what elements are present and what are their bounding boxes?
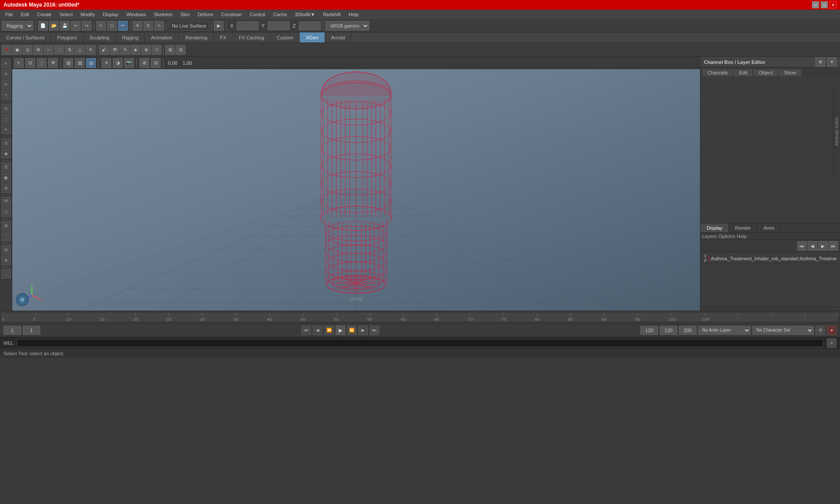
curve-btn[interactable]: ⌒ — [1, 231, 11, 241]
layer-nav1[interactable]: ⏮ — [797, 241, 807, 251]
tab-sculpting[interactable]: Sculpting — [84, 32, 116, 42]
paint-btn[interactable]: ✏ — [1, 125, 11, 134]
xgen-btn4[interactable]: ⚙ — [33, 45, 43, 55]
viewport[interactable]: X Y Z M persp — [12, 69, 700, 311]
paint-tool[interactable]: ✏ — [118, 21, 128, 31]
xgen-val1[interactable]: ⊞ — [165, 45, 175, 55]
prev-frame-button[interactable]: ◀ — [313, 326, 322, 335]
render-button[interactable]: ▶ — [214, 21, 224, 31]
undo-button[interactable]: ↩ — [71, 21, 80, 31]
menu-deform[interactable]: Deform — [194, 11, 217, 18]
ch-lower-anim[interactable]: Anim — [757, 224, 781, 232]
vp-light2[interactable]: ◑ — [113, 58, 122, 68]
tab-custom[interactable]: Custom — [271, 32, 300, 42]
ch-tab-show[interactable]: Show — [779, 69, 802, 76]
close-button[interactable]: ✕ — [830, 1, 836, 8]
current-frame-input[interactable] — [23, 326, 40, 335]
xgen-btn6[interactable]: ⬚ — [54, 45, 64, 55]
restore-button[interactable]: □ — [821, 1, 828, 8]
channel-box-close[interactable]: ✕ — [827, 57, 836, 67]
attr-editor-tab[interactable]: Attribute Editor — [833, 88, 840, 175]
vp-shading2[interactable]: ▨ — [75, 58, 84, 68]
vp-camera[interactable]: 📷 — [124, 58, 134, 68]
layer-btn[interactable]: ⧉ — [1, 183, 11, 193]
menu-create[interactable]: Create — [34, 11, 55, 18]
tab-curves-surfaces[interactable]: Curves / Surfaces — [0, 32, 51, 42]
move-btn[interactable]: ✛ — [1, 69, 11, 79]
vp-icon3[interactable]: ◌ — [37, 58, 46, 68]
new-scene-button[interactable]: 📄 — [38, 21, 48, 31]
menu-windows[interactable]: Windows — [123, 11, 150, 18]
tab-xgen[interactable]: XGen — [300, 32, 325, 42]
tab-arnold[interactable]: Arnold — [325, 32, 352, 42]
minimize-button[interactable]: ─ — [812, 1, 819, 8]
ch-tab-channels[interactable]: Channels — [702, 69, 733, 76]
redo-button[interactable]: ↪ — [82, 21, 91, 31]
prev-key-button[interactable]: ⏪ — [324, 326, 334, 335]
range-start-input[interactable] — [660, 326, 677, 335]
xgen-paint4[interactable]: ◈ — [131, 45, 140, 55]
vp-icon4[interactable]: ⚒ — [48, 58, 58, 68]
extra2-btn[interactable]: ⊕ — [1, 256, 11, 265]
menu-redshift[interactable]: Redshift — [319, 11, 344, 18]
scale-btn[interactable]: ⤡ — [1, 90, 11, 100]
xgen-paint2[interactable]: ⚒ — [110, 45, 119, 55]
x-input[interactable] — [237, 21, 259, 30]
ch-lower-display[interactable]: Display — [700, 224, 729, 232]
next-key-button[interactable]: ⏩ — [347, 326, 357, 335]
move-tool[interactable]: ✛ — [133, 21, 142, 31]
tab-polygons[interactable]: Polygons — [51, 32, 83, 42]
vp-icon2[interactable]: ⊡ — [25, 58, 35, 68]
go-end-button[interactable]: ⏭ — [370, 326, 379, 335]
xgen-paint6[interactable]: ⬡ — [152, 45, 161, 55]
xgen-btn8[interactable]: △ — [75, 45, 85, 55]
tab-fx-caching[interactable]: FX Caching — [233, 32, 270, 42]
xgen-btn7[interactable]: ⇅ — [65, 45, 74, 55]
menu-help[interactable]: Help — [345, 11, 362, 18]
menu-skin[interactable]: Skin — [177, 11, 193, 18]
layers-options[interactable]: Options — [718, 234, 735, 239]
play-button[interactable]: ▶ — [336, 326, 345, 335]
xgen-btn2[interactable]: ◉ — [12, 45, 22, 55]
xgen-paint1[interactable]: 🖌 — [99, 45, 109, 55]
xgen-val2[interactable]: ⊟ — [176, 45, 186, 55]
colorspace-dropdown[interactable]: sRGB gamma — [326, 21, 369, 31]
channel-box-settings[interactable]: ⚙ — [816, 57, 825, 67]
xgen-paint3[interactable]: ✎ — [120, 45, 130, 55]
xgen-btn5[interactable]: ↔ — [44, 45, 53, 55]
lasso-tool[interactable]: ⬡ — [107, 21, 117, 31]
menu-skeleton[interactable]: Skeleton — [150, 11, 176, 18]
menu-file[interactable]: File — [2, 11, 17, 18]
open-scene-button[interactable]: 📂 — [49, 21, 59, 31]
save-scene-button[interactable]: 💾 — [60, 21, 70, 31]
select-tool[interactable]: ↖ — [96, 21, 106, 31]
menu-select[interactable]: Select — [56, 11, 77, 18]
vp-grid-btn[interactable]: ⊞ — [140, 58, 149, 68]
ch-tab-object[interactable]: Object — [753, 69, 778, 76]
xgen-btn1[interactable]: ✕ — [2, 45, 11, 55]
soft2-btn[interactable]: ◉ — [1, 149, 11, 158]
snap-btn[interactable]: ⊡ — [1, 104, 11, 113]
menu-3dtoall[interactable]: 3DtoAll▼ — [291, 11, 318, 18]
render-view-btn[interactable]: 🎬 — [1, 197, 11, 206]
rotate-tool[interactable]: ↻ — [144, 21, 153, 31]
layer-row-default[interactable]: V P Asthma_Treatment_Inhaler_mb_standart… — [702, 254, 838, 263]
more-btn[interactable]: … — [1, 269, 11, 279]
mode-dropdown[interactable]: Rigging — [2, 21, 33, 31]
hyper-btn[interactable]: ⬡ — [1, 207, 11, 217]
tab-rigging[interactable]: Rigging — [116, 32, 145, 42]
anim-layer-dropdown[interactable]: No Anim Layer — [698, 326, 751, 335]
tab-rendering[interactable]: Rendering — [179, 32, 214, 42]
cmd-result-btn[interactable]: ≡ — [827, 338, 836, 348]
character-set-settings[interactable]: ⚙ — [816, 326, 825, 335]
vp-icon1[interactable]: ↖ — [14, 58, 24, 68]
scale-tool[interactable]: ⤡ — [154, 21, 164, 31]
z-input[interactable] — [299, 21, 321, 30]
layers-help[interactable]: Help — [737, 234, 747, 239]
ch-tab-edit[interactable]: Edit — [734, 69, 752, 76]
show-btn[interactable]: ☰ — [1, 162, 11, 172]
go-start-button[interactable]: ⏮ — [301, 326, 311, 335]
soft-sel-btn[interactable]: ◎ — [1, 138, 11, 148]
character-set-dropdown[interactable]: No Character Set — [752, 326, 814, 335]
group-btn[interactable]: ⊞ — [1, 221, 11, 231]
